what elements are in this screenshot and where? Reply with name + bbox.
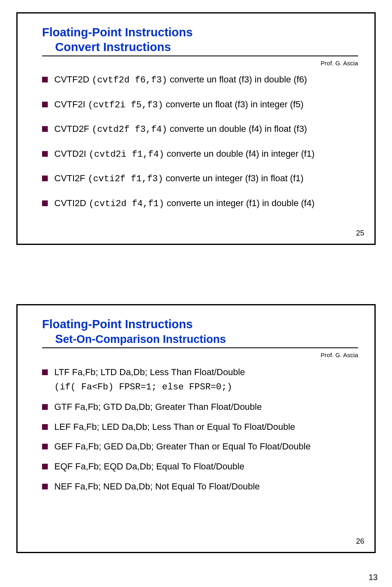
page-number: 13: [369, 573, 378, 582]
item-text: LEF Fa,Fb; LED Da,Db; Less Than or Equal…: [54, 422, 295, 432]
slide1-divider: [42, 56, 358, 56]
item-text: GTF Fa,Fb; GTD Da,Db; Greater Than Float…: [54, 402, 262, 412]
document-page: Floating-Point Instructions Convert Inst…: [0, 0, 392, 587]
subtitle-rest: et-On-Comparison Instructions: [63, 333, 226, 345]
code-text: CVTF2I (cvtf2i f5,f3): [54, 99, 163, 109]
code-text: CVTD2F (cvtd2f f3,f4): [54, 124, 167, 134]
bullet-item: CVTF2I (cvtf2i f5,f3) converte un float …: [42, 99, 358, 111]
desc-text: converte un double (f4) in float (f3): [167, 124, 307, 134]
desc-text: converte un integer (f3) in float (f1): [163, 173, 304, 183]
bullet-item: LEF Fa,Fb; LED Da,Db; Less Than or Equal…: [42, 421, 358, 433]
desc-text: converte un integer (f1) in double (f4): [164, 198, 314, 208]
slide2-number: 26: [356, 537, 364, 546]
code-text: CVTD2I (cvtd2i f1,f4): [54, 149, 164, 159]
item-text: LTF Fa,Fb; LTD Da,Db; Less Than Float/Do…: [54, 367, 245, 377]
desc-text: converte un float (f3) in double (f6): [167, 74, 307, 84]
bullet-item: GTF Fa,Fb; GTD Da,Db; Greater Than Float…: [42, 401, 358, 413]
slide1-number: 25: [356, 229, 364, 238]
slide2-divider: [42, 347, 358, 348]
bullet-item-continuation: (if( Fa<Fb) FPSR=1; else FPSR=0;): [42, 381, 358, 394]
mono-text: (cvtd2i f1,f4): [89, 149, 164, 160]
slide2-subtitle: Set-On-Comparison Instructions: [55, 332, 358, 347]
mono-text: (cvtf2d f6,f3): [92, 75, 167, 85]
slide-1: Floating-Point Instructions Convert Inst…: [16, 12, 376, 245]
bullet-item: CVTI2D (cvti2d f4,f1) converte un intege…: [42, 198, 358, 210]
slide-2: Floating-Point Instructions Set-On-Compa…: [16, 304, 376, 553]
code-text: CVTF2D (cvtf2d f6,f3): [54, 74, 167, 84]
mono-text: (cvti2d f4,f1): [89, 199, 164, 209]
bullet-item: CVTI2F (cvti2f f1,f3) converte un intege…: [42, 173, 358, 185]
bullet-item: CVTD2I (cvtd2i f1,f4) converte un double…: [42, 148, 358, 161]
mono-text: (cvtf2i f5,f3): [88, 100, 163, 110]
bullet-item: EQF Fa,Fb; EQD Da,Db; Equal To Float/Dou…: [42, 461, 358, 473]
slide2-bullet-list: LTF Fa,Fb; LTD Da,Db; Less Than Float/Do…: [42, 367, 358, 492]
slide1-title: Floating-Point Instructions: [42, 26, 358, 39]
bullet-item: CVTF2D (cvtf2d f6,f3) converte un float …: [42, 74, 358, 87]
bullet-item: NEF Fa,Fb; NED Da,Db; Not Equal To Float…: [42, 481, 358, 493]
code-text: CVTI2F (cvti2f f1,f3): [54, 173, 163, 183]
slide1-subtitle: Convert Instructions: [55, 40, 358, 56]
mono-text: (cvtd2f f3,f4): [92, 125, 167, 135]
slide1-bullet-list: CVTF2D (cvtf2d f6,f3) converte un float …: [42, 74, 358, 210]
desc-text: converte un float (f3) in integer (f5): [163, 99, 304, 109]
mono-text: (cvti2f f1,f3): [88, 174, 163, 184]
code-text: CVTI2D (cvti2d f4,f1): [54, 198, 164, 208]
item-text: EQF Fa,Fb; EQD Da,Db; Equal To Float/Dou…: [54, 461, 244, 471]
item-text: NEF Fa,Fb; NED Da,Db; Not Equal To Float…: [54, 481, 260, 491]
desc-text: converte un double (f4) in integer (f1): [164, 149, 314, 159]
slide2-author: Prof. G. Ascia: [42, 351, 358, 358]
bullet-item: LTF Fa,Fb; LTD Da,Db; Less Than Float/Do…: [42, 367, 358, 378]
slide2-title: Floating-Point Instructions: [42, 318, 358, 331]
bullet-item: CVTD2F (cvtd2f f3,f4) converte un double…: [42, 123, 358, 136]
item-text: GEF Fa,Fb; GED Da,Db; Greater Than or Eq…: [54, 441, 311, 451]
mono-text: (if( Fa<Fb) FPSR=1; else FPSR=0;): [54, 382, 232, 392]
bullet-item: GEF Fa,Fb; GED Da,Db; Greater Than or Eq…: [42, 441, 358, 453]
slide1-author: Prof. G. Ascia: [42, 60, 358, 67]
